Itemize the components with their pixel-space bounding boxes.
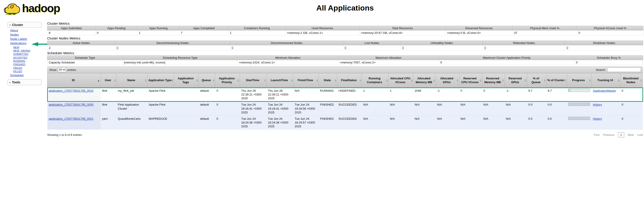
sidebar-link-accepted[interactable]: ACCEPTED [13,56,28,59]
application-priority-cell: 0 [215,88,240,101]
col-header-starttime[interactable]: StartTime▲▼ [240,73,267,88]
allocated-memory-mb-cell: N/A [413,115,436,129]
col-header-allocated-gpus[interactable]: Allocated GPUs▲▼ [436,73,459,88]
sidebar-link-finished[interactable]: FINISHED [13,63,26,66]
sidebar-link-node-labels[interactable]: Node Labels [10,37,27,41]
id-link[interactable]: application_1750778541795_0010 [49,89,94,92]
metric-col-minimum-allocation: Minimum Allocation [238,56,338,60]
sidebar-link-applications[interactable]: Applications [10,41,26,45]
accordion-expanded-icon: ▾ [10,24,10,26]
table-row: application_1750778541795_0010flinkmy_fl… [48,88,643,101]
cluster-metrics-heading: Cluster Metrics [47,21,643,25]
col-header-of-queue[interactable]: % of Queue▲▼ [527,73,546,88]
app-states-list: NEWNEW_SAVINGSUBMITTEDACCEPTEDRUNNINGFIN… [10,46,42,73]
metric-col-physical-vcores-used: Physical VCores Used % [577,26,643,30]
col-header-finishtime[interactable]: FinishTime▲▼ [293,73,319,88]
col-header-blacklisted-nodes[interactable]: Blacklisted Nodes▲▼ [620,73,643,88]
sidebar-link-failed[interactable]: FAILED [13,67,22,69]
of-cluster-cell: 0.0 [546,101,567,115]
page-size-select[interactable]: 20 [58,67,66,72]
sidebar-item-node-labels: Node Labels [10,37,42,41]
sort-icons: ▲▼ [480,79,481,82]
col-header-launchtime[interactable]: LaunchTime▲▼ [267,73,293,88]
page-number-current[interactable]: 1 [618,132,624,137]
sidebar-cluster-label: Cluster [12,23,23,27]
col-header-reserved-memory-mb[interactable]: Reserved Memory MB▲▼ [482,73,504,88]
sidebar-link-killed[interactable]: KILLED [13,70,22,73]
cluster-nodes-metrics-table: Active NodesDecommissioning NodesDecommi… [47,41,643,50]
id-link[interactable]: application_1750778541795_0001 [49,117,94,120]
metric-link-decommissioned-nodes[interactable]: 0 [232,46,234,49]
metric-link-decommissioning-nodes[interactable]: 0 [116,46,118,49]
col-header-tracking-ui[interactable]: Tracking UI▲▼ [592,73,620,88]
metric-col-decommissioned-nodes: Decommissioned Nodes [230,41,343,45]
allocated-memory-mb-cell: N/A [413,101,436,115]
metric-value-active-nodes: 3 [48,45,115,50]
sort-icons: ▲▼ [264,79,266,82]
launchtime-cell: Tue Jun 24 19:16:41 +0300 2025 [267,101,293,115]
page-btn-last[interactable]: Last [637,133,643,136]
tracking-ui-cell: ApplicationMaster [592,88,620,101]
col-header-label: FinalStatus [341,79,357,82]
page-btn-previous[interactable]: Previous [603,133,614,136]
col-header-finalstatus[interactable]: FinalStatus▲▼ [337,73,362,88]
metric-col-apps-submitted: Apps Submitted [48,26,96,30]
application-priority-cell: 0 [215,115,240,129]
col-header-state[interactable]: State▲▼ [319,73,337,88]
page-btn-next[interactable]: Next [628,133,634,136]
metric-link-rebooted-nodes[interactable]: 0 [484,46,486,49]
sort-ascending-icon: ▲ [97,79,100,82]
metrics-value-row: 3000000 [48,45,643,50]
sidebar-link-submitted[interactable]: SUBMITTED [13,53,28,55]
col-header-application-type[interactable]: Application Type▲▼ [147,73,174,88]
col-header-name[interactable]: Name▲▼ [116,73,147,88]
page-btn-first[interactable]: First [594,133,600,136]
id-link[interactable]: application_1750778541795_0005 [49,103,94,106]
metric-link-lost-nodes[interactable]: 0 [344,46,346,49]
col-header-allocated-cpu-vcores[interactable]: Allocated CPU VCores▲▼ [388,73,413,88]
sidebar-link-new-saving[interactable]: NEW_SAVING [13,49,30,52]
application-tags-cell [174,115,199,129]
sidebar-section-tools[interactable]: ▸ Tools [8,79,42,85]
accordion-collapsed-icon: ▸ [10,81,10,84]
sidebar-link-about[interactable]: About [10,29,18,32]
metric-link-unhealthy-nodes[interactable]: 0 [402,46,404,49]
allocated-memory-mb-cell: 2048 [413,88,436,101]
sidebar-section-cluster[interactable]: ▾ Cluster [8,22,42,28]
id-cell: application_1750778541795_0001 [48,115,101,129]
col-header-application-tags[interactable]: Application Tags▲▼ [174,73,199,88]
col-header-label: FinishTime [298,79,313,82]
metric-link-shutdown-nodes[interactable]: 0 [566,46,568,49]
col-header-reserved-gpus[interactable]: Reserved GPUs▲▼ [504,73,527,88]
sort-icons: ▲▼ [145,79,146,82]
col-header-id[interactable]: ID▲ [48,73,101,88]
sidebar-link-scheduler[interactable]: Scheduler [10,74,24,77]
col-header-of-cluster[interactable]: % of Cluster▲▼ [546,73,567,88]
sort-icons: ▲▼ [114,79,116,82]
col-header-label: Reserved Memory MB [484,77,501,84]
col-header-running-containers[interactable]: Running Containers▲▼ [362,73,388,88]
col-header-allocated-memory-mb[interactable]: Allocated Memory MB▲▼ [413,73,436,88]
tracking-ui-link[interactable]: History [593,103,602,106]
col-header-reserved-cpu-vcores[interactable]: Reserved CPU VCores▲▼ [459,73,482,88]
search-input[interactable] [607,68,641,72]
table-toolbar: Show 20 entries Search: [47,66,643,73]
sort-icons: ▲▼ [564,79,566,82]
sidebar-link-new[interactable]: NEW [13,46,19,49]
sidebar-link-nodes[interactable]: Nodes [10,33,19,36]
show-label: Show [49,68,56,72]
tracking-ui-link[interactable]: History [593,117,602,120]
col-header-user[interactable]: User▲▼ [101,73,116,88]
metrics-value-row: Capacity Scheduler[memory-mb (unit=Mi), … [48,60,643,65]
col-header-queue[interactable]: Queue▲▼ [199,73,215,88]
progress-bar [568,117,590,120]
tracking-ui-link[interactable]: ApplicationMaster [593,89,616,92]
sidebar-tools-label: Tools [12,81,20,84]
col-header-application-priority[interactable]: Application Priority▲▼ [215,73,240,88]
reserved-memory-mb-cell: N/A [482,101,504,115]
col-header-progress[interactable]: Progress▲▼ [567,73,592,88]
sidebar-item-accepted: ACCEPTED [13,56,42,59]
metric-link-active-nodes[interactable]: 3 [49,46,50,49]
sort-icons: ▲▼ [589,79,591,82]
sidebar-link-running[interactable]: RUNNING [13,60,26,62]
